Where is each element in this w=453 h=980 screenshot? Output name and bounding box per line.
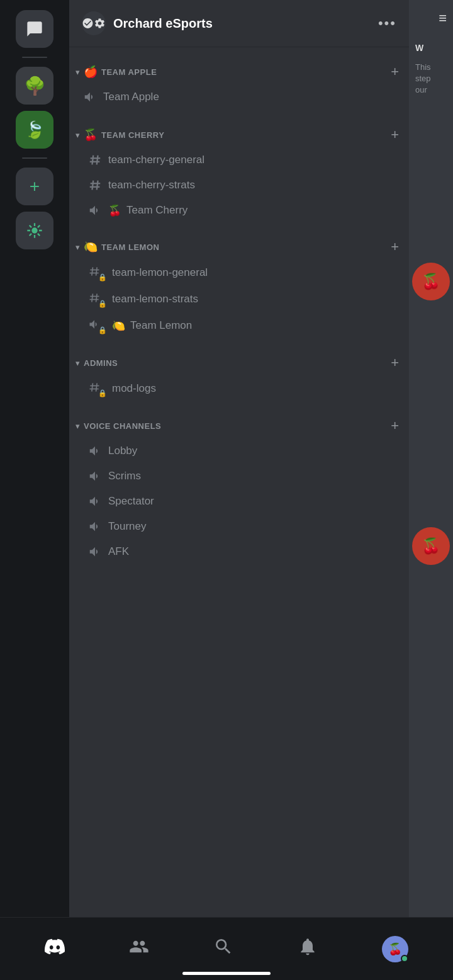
channel-item-lobby[interactable]: Lobby [74, 439, 404, 463]
channel-item-afk[interactable]: AFK [74, 540, 404, 564]
right-panel: ≡ W Thisstepour 🍒 🍒 [409, 0, 453, 938]
speaker-lock-icon-lemon: 🔒 [88, 318, 106, 333]
svg-line-13 [92, 293, 93, 302]
home-indicator [182, 972, 271, 975]
channel-item-scrims[interactable]: Scrims [74, 464, 404, 488]
channel-name-mod-logs: mod-logs [112, 382, 156, 395]
bottom-nav-profile[interactable]: 🍒 [382, 936, 408, 962]
category-team-apple-header[interactable]: ▾ 🍎 TEAM APPLE + [69, 60, 409, 84]
chevron-down-icon: ▾ [76, 67, 80, 77]
channel-item-team-cherry-strats[interactable]: team-cherry-strats [74, 173, 404, 197]
user-avatar: 🍒 [382, 936, 408, 962]
bottom-nav-friends[interactable] [129, 937, 149, 961]
svg-line-14 [96, 293, 98, 302]
category-admins: ▾ ADMINS + 🔒 mod-logs [69, 351, 409, 401]
channel-item-team-cherry-general[interactable]: team-cherry-general [74, 148, 404, 172]
bottom-nav-search[interactable] [213, 937, 233, 961]
svg-line-17 [92, 383, 93, 391]
hash-icon-cherry-general [88, 153, 102, 167]
channel-name-team-lemon-general: team-lemon-general [112, 266, 208, 279]
server-header-icon [82, 11, 106, 35]
channel-name-team-cherry-voice: 🍒 Team Cherry [108, 204, 187, 217]
speaker-icon-cherry [88, 203, 102, 217]
category-admins-header[interactable]: ▾ ADMINS + [69, 351, 409, 375]
server-more-button[interactable]: ••• [378, 15, 396, 31]
right-panel-avatar-2: 🍒 [412, 527, 450, 565]
channel-name-lobby: Lobby [108, 445, 137, 457]
category-team-apple: ▾ 🍎 TEAM APPLE + Team Apple [69, 60, 409, 110]
hash-icon-cherry-strats [88, 178, 102, 192]
category-voice-channels-header[interactable]: ▾ VOICE CHANNELS + [69, 414, 409, 438]
speaker-icon-afk [88, 545, 102, 559]
chevron-down-icon-admins: ▾ [76, 358, 80, 368]
category-team-lemon-label: TEAM LEMON [101, 242, 159, 252]
server-sidebar: 🌳 🍃 + [0, 0, 69, 938]
bell-icon [298, 937, 318, 961]
friends-icon [129, 937, 149, 961]
svg-line-5 [92, 181, 93, 190]
hash-lock-icon-lemon-general: 🔒 [88, 265, 106, 280]
online-status-dot [401, 955, 408, 962]
channel-item-team-cherry-voice[interactable]: 🍒 Team Cherry [74, 198, 404, 222]
speaker-icon-scrims [88, 469, 102, 483]
add-server-button[interactable]: + [16, 168, 53, 205]
channel-item-team-apple-partial[interactable]: Team Apple [69, 84, 409, 110]
channel-sidebar: Orchard eSports ••• ▾ 🍎 TEAM APPLE + Tea… [69, 0, 409, 938]
hamburger-icon[interactable]: ≡ [439, 10, 447, 26]
channel-item-team-lemon-general[interactable]: 🔒 team-lemon-general [74, 260, 404, 285]
channel-item-team-lemon-strats[interactable]: 🔒 team-lemon-strats [74, 287, 404, 312]
add-channel-team-lemon-button[interactable]: + [391, 239, 399, 255]
channel-item-team-lemon-voice[interactable]: 🔒 🍋 Team Lemon [74, 313, 404, 338]
discord-icon [45, 937, 65, 961]
add-channel-team-cherry-button[interactable]: + [391, 127, 399, 143]
svg-line-18 [96, 383, 98, 391]
server-header[interactable]: Orchard eSports ••• [69, 0, 409, 47]
server-icon-chat[interactable] [16, 10, 53, 48]
add-channel-admins-button[interactable]: + [391, 355, 399, 371]
add-channel-voice-button[interactable]: + [391, 418, 399, 434]
category-team-cherry-header[interactable]: ▾ 🍒 TEAM CHERRY + [69, 123, 409, 147]
speaker-icon-lobby [88, 444, 102, 458]
channel-name-team-apple: Team Apple [103, 91, 159, 103]
speaker-icon-tourney [88, 520, 102, 533]
category-team-lemon: ▾ 🍋 TEAM LEMON + 🔒 team-lemon-general [69, 235, 409, 338]
channel-item-spectator[interactable]: Spectator [74, 489, 404, 513]
chevron-down-icon-voice: ▾ [76, 421, 80, 431]
server-icon-green[interactable]: 🍃 [16, 111, 53, 149]
category-voice-channels: ▾ VOICE CHANNELS + Lobby Scrims [69, 414, 409, 564]
search-icon [213, 937, 233, 961]
svg-line-10 [96, 267, 98, 275]
add-channel-team-apple-button[interactable]: + [391, 64, 399, 80]
channel-name-spectator: Spectator [108, 495, 154, 508]
channel-name-scrims: Scrims [108, 470, 141, 482]
right-panel-header: ≡ [409, 0, 453, 37]
svg-line-1 [92, 156, 93, 165]
server-icon-orchard[interactable]: 🌳 [16, 67, 53, 105]
category-team-cherry-label: TEAM CHERRY [101, 130, 164, 140]
speaker-icon-spectator [88, 494, 102, 508]
svg-line-2 [97, 156, 98, 165]
right-panel-avatar-1: 🍒 [412, 263, 450, 300]
category-voice-channels-label: VOICE CHANNELS [84, 421, 161, 431]
channel-name-team-lemon-voice: 🍋 Team Lemon [112, 319, 192, 333]
channel-item-mod-logs[interactable]: 🔒 mod-logs [74, 376, 404, 401]
channel-item-tourney[interactable]: Tourney [74, 515, 404, 538]
hash-lock-icon-lemon-strats: 🔒 [88, 292, 106, 307]
right-panel-body: Thisstepour [409, 59, 453, 99]
svg-point-0 [31, 227, 37, 233]
bottom-nav: 🍒 [0, 917, 453, 980]
channel-name-team-cherry-strats: team-cherry-strats [108, 179, 195, 191]
server-icon-explore[interactable] [16, 212, 53, 249]
svg-line-9 [92, 267, 93, 275]
bottom-nav-home[interactable] [45, 937, 65, 961]
category-team-lemon-header[interactable]: ▾ 🍋 TEAM LEMON + [69, 235, 409, 259]
channel-name-tourney: Tourney [108, 520, 146, 533]
category-admins-label: ADMINS [84, 358, 118, 368]
sidebar-divider-2 [22, 157, 47, 159]
chevron-down-icon-cherry: ▾ [76, 130, 80, 140]
category-team-apple-label: TEAM APPLE [101, 67, 157, 77]
channel-name-team-cherry-general: team-cherry-general [108, 154, 204, 166]
bottom-nav-notifications[interactable] [298, 937, 318, 961]
category-team-cherry: ▾ 🍒 TEAM CHERRY + team-cherry-general [69, 123, 409, 222]
right-panel-title: W [409, 37, 453, 59]
